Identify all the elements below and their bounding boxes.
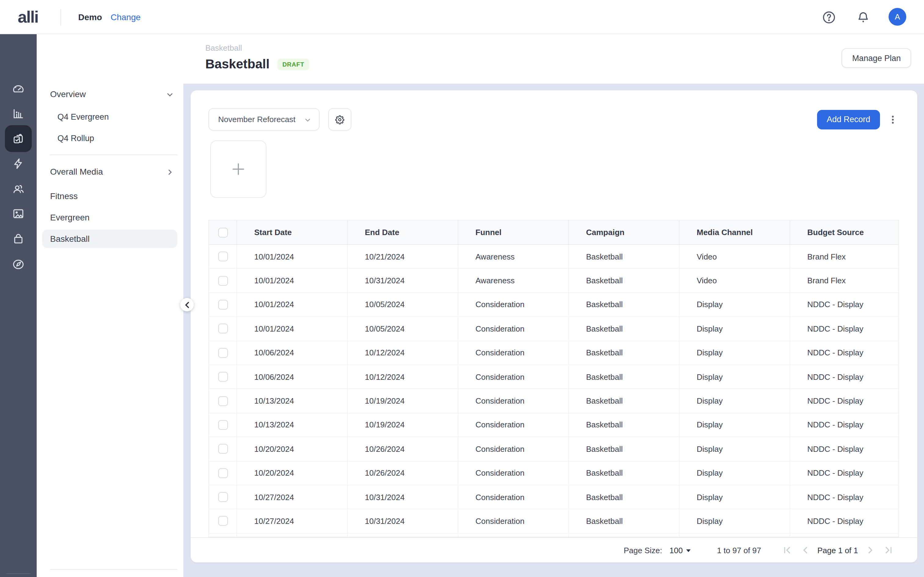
table-cell: Brand Flex — [790, 269, 899, 292]
sidebar-item-label: Evergreen — [42, 213, 89, 222]
manage-plan-button[interactable]: Manage Plan — [842, 48, 911, 68]
avatar[interactable]: A — [888, 8, 906, 26]
add-record-button[interactable]: Add Record — [817, 110, 880, 129]
table-row: 10/01/2024 10/05/2024 Consideration Bask… — [209, 317, 898, 341]
scenario-selector[interactable]: November Reforecast — [208, 108, 320, 131]
topbar-divider — [60, 9, 61, 26]
chevron-down-icon — [304, 116, 311, 123]
row-checkbox[interactable] — [218, 348, 228, 358]
scenario-selector-value: November Reforecast — [218, 115, 296, 124]
table-cell: Display — [679, 461, 790, 485]
sidebar-item-q4-evergreen[interactable]: Q4 Evergreen — [42, 108, 177, 126]
last-page-button[interactable] — [884, 545, 893, 555]
table-row: 10/20/2024 10/26/2024 Consideration Bask… — [209, 461, 898, 485]
table-cell: Basketball — [568, 245, 679, 268]
creative-image-icon[interactable] — [11, 207, 25, 221]
audiences-users-icon[interactable] — [11, 182, 25, 195]
row-checkbox-cell — [209, 341, 236, 364]
commerce-bag-icon[interactable] — [11, 232, 25, 245]
add-flight-tile[interactable] — [210, 140, 267, 198]
table-cell: 10/31/2024 — [347, 269, 458, 292]
sidebar-item-overall-media[interactable]: Overall Media — [42, 163, 177, 181]
first-page-button[interactable] — [782, 545, 792, 555]
row-checkbox[interactable] — [218, 396, 228, 406]
activation-lightning-icon[interactable] — [11, 157, 25, 170]
sidebar-item-evergreen[interactable]: Evergreen — [42, 208, 177, 227]
chevron-left-icon — [801, 546, 809, 554]
row-checkbox[interactable] — [218, 492, 228, 502]
change-client-link[interactable]: Change — [111, 12, 141, 22]
row-checkbox[interactable] — [218, 516, 228, 526]
plan-sidebar: Overview Q4 Evergreen Q4 Rollup Overall … — [37, 34, 183, 577]
row-checkbox-cell — [209, 437, 236, 461]
row-checkbox[interactable] — [218, 251, 228, 261]
sidebar-item-fitness[interactable]: Fitness — [42, 187, 177, 205]
table-cell: Basketball — [568, 317, 679, 340]
table-cell: Consideration — [458, 509, 568, 533]
more-options-kebab-icon[interactable] — [885, 110, 900, 129]
plus-icon — [230, 161, 246, 177]
media-plans-active-tile[interactable] — [5, 125, 32, 152]
help-icon[interactable] — [822, 10, 836, 24]
row-range-text: 1 to 97 of 97 — [717, 546, 761, 555]
table-cell: Basketball — [568, 413, 679, 437]
explore-compass-icon[interactable] — [11, 258, 25, 271]
table-cell: Display — [679, 365, 790, 388]
table-cell: 10/20/2024 — [236, 461, 347, 485]
sidebar-item-overview[interactable]: Overview — [42, 85, 177, 103]
table-cell: Consideration — [458, 341, 568, 364]
table-cell: NDDC - Display — [790, 341, 899, 364]
row-checkbox-cell — [209, 293, 236, 317]
row-checkbox-cell — [209, 461, 236, 485]
row-checkbox[interactable] — [218, 444, 228, 454]
table-cell: Basketball — [568, 389, 679, 413]
row-checkbox-cell — [209, 389, 236, 413]
first-page-icon — [782, 546, 791, 554]
alli-logo[interactable]: alli — [18, 8, 38, 27]
table-cell: Display — [679, 413, 790, 437]
scenario-settings-button[interactable] — [328, 108, 351, 131]
page-size-value: 100 — [669, 546, 683, 555]
row-checkbox[interactable] — [218, 420, 228, 430]
sidebar-item-basketball[interactable]: Basketball — [42, 230, 177, 248]
table-cell: 10/26/2024 — [347, 437, 458, 461]
table-cell: Consideration — [458, 461, 568, 485]
table-cell: Basketball — [568, 437, 679, 461]
table-cell: NDDC - Display — [790, 293, 899, 317]
row-checkbox[interactable] — [218, 324, 228, 334]
table-cell: Video — [679, 245, 790, 268]
table-row: 10/20/2024 10/26/2024 Consideration Bask… — [209, 437, 898, 461]
table-cell: Basketball — [568, 509, 679, 533]
app-root: alli Demo Change A — [0, 0, 924, 577]
next-page-button[interactable] — [865, 545, 875, 555]
table-cell: Awareness — [458, 245, 568, 268]
page-title: Basketball — [205, 57, 270, 71]
select-all-checkbox[interactable] — [218, 227, 228, 237]
row-checkbox-cell — [209, 509, 236, 533]
chevron-left-icon — [184, 301, 191, 308]
notifications-bell-icon[interactable] — [856, 10, 870, 24]
row-checkbox[interactable] — [218, 276, 228, 285]
breadcrumb: Basketball — [205, 44, 242, 53]
page-size-select[interactable]: 100 — [669, 546, 691, 555]
dashboard-gauge-icon[interactable] — [11, 82, 25, 95]
table-cell: NDDC - Display — [790, 461, 899, 485]
caret-down-icon — [686, 547, 691, 553]
analytics-bar-chart-icon[interactable] — [11, 107, 25, 120]
table-cell: 10/27/2024 — [236, 485, 347, 509]
table-cell: Basketball — [568, 485, 679, 509]
status-badge: DRAFT — [278, 58, 309, 70]
records-table: Start Date End Date Funnel Campaign Medi… — [208, 220, 899, 537]
row-checkbox[interactable] — [218, 300, 228, 309]
gear-icon — [334, 114, 345, 125]
previous-page-button[interactable] — [800, 545, 810, 555]
row-checkbox-cell — [209, 317, 236, 340]
sidebar-collapse-button[interactable] — [180, 298, 194, 311]
sidebar-item-label: Overall Media — [42, 167, 103, 176]
row-checkbox[interactable] — [218, 468, 228, 478]
row-checkbox[interactable] — [218, 372, 228, 382]
sidebar-item-q4-rollup[interactable]: Q4 Rollup — [42, 129, 177, 147]
table-cell: Display — [679, 509, 790, 533]
top-bar: alli Demo Change A — [0, 0, 924, 34]
table-cell: Basketball — [568, 341, 679, 364]
